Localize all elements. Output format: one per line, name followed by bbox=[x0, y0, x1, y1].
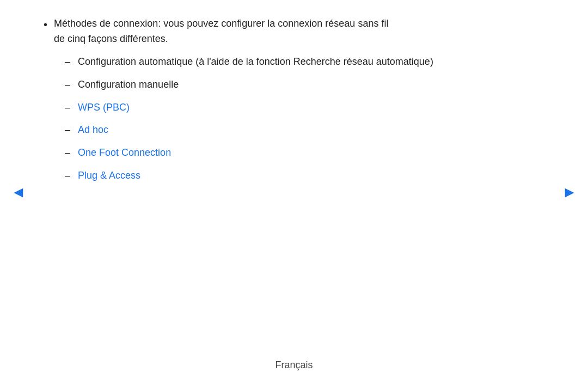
main-text-line2: de cinq façons différentes. bbox=[54, 33, 168, 44]
list-item[interactable]: – One Foot Connection bbox=[65, 145, 433, 161]
dash-icon: – bbox=[65, 145, 70, 161]
sub-item-label: Configuration automatique (à l'aide de l… bbox=[78, 54, 433, 70]
list-item[interactable]: – WPS (PBC) bbox=[65, 100, 433, 115]
footer-label: Français bbox=[275, 359, 313, 370]
dash-icon: – bbox=[65, 123, 70, 138]
content-area: • Méthodes de connexion: vous pouvez con… bbox=[44, 16, 544, 359]
nav-left-button[interactable]: ◄ bbox=[11, 185, 26, 200]
dash-icon: – bbox=[65, 100, 70, 115]
list-item[interactable]: – Ad hoc bbox=[65, 123, 433, 138]
one-foot-connection-link[interactable]: One Foot Connection bbox=[78, 145, 171, 161]
main-bullet-item: • Méthodes de connexion: vous pouvez con… bbox=[44, 16, 544, 191]
dash-icon: – bbox=[65, 54, 70, 70]
main-text-block: Méthodes de connexion: vous pouvez confi… bbox=[54, 16, 433, 191]
dash-icon: – bbox=[65, 168, 70, 184]
main-text-line1: Méthodes de connexion: vous pouvez confi… bbox=[54, 18, 388, 29]
list-item: – Configuration automatique (à l'aide de… bbox=[65, 54, 433, 70]
footer: Français bbox=[0, 359, 588, 384]
ad-hoc-link[interactable]: Ad hoc bbox=[78, 123, 108, 138]
list-item[interactable]: – Plug & Access bbox=[65, 168, 433, 184]
left-arrow-icon: ◄ bbox=[11, 184, 26, 200]
nav-right-button[interactable]: ► bbox=[562, 185, 577, 200]
dash-icon: – bbox=[65, 77, 70, 93]
list-item: – Configuration manuelle bbox=[65, 77, 433, 93]
sub-item-label: Configuration manuelle bbox=[78, 77, 179, 93]
plug-access-link[interactable]: Plug & Access bbox=[78, 168, 140, 184]
sub-list: – Configuration automatique (à l'aide de… bbox=[65, 54, 433, 184]
right-arrow-icon: ► bbox=[562, 184, 577, 200]
bullet-symbol: • bbox=[44, 16, 47, 33]
page-container: ◄ ► • Méthodes de connexion: vous pouvez… bbox=[0, 0, 588, 384]
wps-pbc-link[interactable]: WPS (PBC) bbox=[78, 100, 130, 115]
